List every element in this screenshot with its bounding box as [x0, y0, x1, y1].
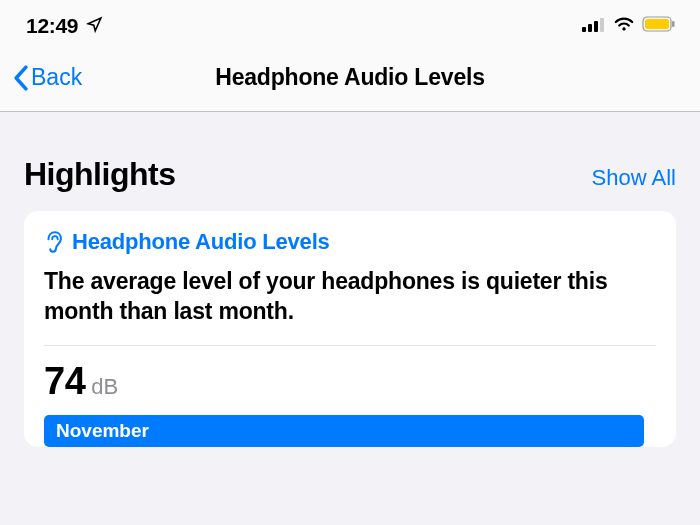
- nav-bar: Back Headphone Audio Levels: [0, 48, 700, 112]
- svg-rect-5: [645, 19, 669, 29]
- svg-rect-1: [588, 24, 592, 32]
- ear-icon: [44, 230, 64, 254]
- back-label: Back: [31, 64, 82, 91]
- location-icon: [86, 16, 103, 37]
- cellular-icon: [582, 17, 606, 36]
- status-time: 12:49: [26, 14, 78, 38]
- battery-icon: [642, 16, 676, 36]
- chevron-left-icon: [12, 65, 29, 91]
- wifi-icon: [613, 16, 635, 36]
- content: Highlights Show All Headphone Audio Leve…: [0, 112, 700, 447]
- stat-unit: dB: [91, 374, 118, 400]
- svg-rect-3: [600, 18, 604, 32]
- svg-rect-6: [672, 21, 675, 27]
- stat-row: 74 dB: [44, 346, 656, 413]
- back-button[interactable]: Back: [12, 64, 82, 91]
- highlights-title: Highlights: [24, 156, 175, 193]
- show-all-button[interactable]: Show All: [592, 165, 676, 191]
- stat-value: 74: [44, 360, 85, 403]
- bar-chart: November: [44, 415, 656, 447]
- status-bar: 12:49: [0, 0, 700, 48]
- highlight-card[interactable]: Headphone Audio Levels The average level…: [24, 211, 676, 447]
- bar-november: November: [44, 415, 644, 447]
- card-description: The average level of your headphones is …: [44, 267, 656, 346]
- svg-rect-0: [582, 27, 586, 32]
- status-right: [582, 16, 676, 36]
- card-header-title: Headphone Audio Levels: [72, 229, 330, 255]
- section-header: Highlights Show All: [24, 156, 676, 193]
- svg-rect-2: [594, 21, 598, 32]
- status-left: 12:49: [26, 14, 103, 38]
- page-title: Headphone Audio Levels: [215, 64, 485, 91]
- card-header: Headphone Audio Levels: [44, 229, 656, 255]
